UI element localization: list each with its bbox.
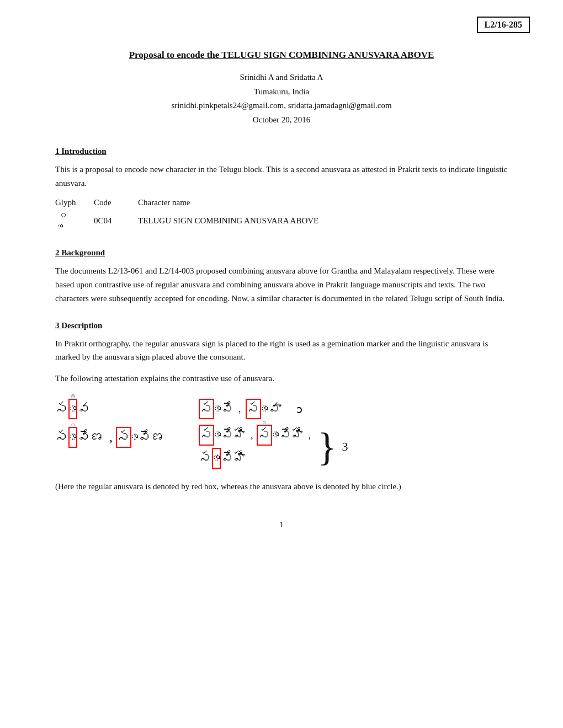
- telugu-vena2a: వేణ: [77, 428, 104, 447]
- section-3-title: 3 Description: [55, 321, 508, 330]
- telugu-item-3a: సంవే: [199, 399, 234, 420]
- glyph-char-name: TELUGU SIGN COMBINING ANUSVARA ABOVE: [138, 216, 508, 226]
- brace-items: సంవేహి , స○ ంవేహి , సంవేహి: [199, 425, 311, 468]
- telugu-rest4b: ంవేహి: [272, 426, 305, 445]
- telugu-item-3b: సంవా: [246, 399, 281, 420]
- telugu-rest2b: ంవేణ: [131, 428, 164, 447]
- attest-right-col: సంవే , సంవా ɔ సంవేహి , స○ ంవేహి: [199, 399, 348, 469]
- author-location: Tumakuru, India: [55, 85, 508, 99]
- authors-block: Srinidhi A and Sridatta A Tumakuru, Indi…: [55, 71, 508, 127]
- description-body1: In Prakrit orthography, the regular anus…: [55, 337, 508, 365]
- telugu-box4a: స: [199, 425, 214, 446]
- comma-3: ,: [251, 430, 253, 441]
- glyph-table: Glyph Code Character name ○ ం 0C04 TELUG…: [55, 198, 508, 233]
- comma-4: ,: [309, 430, 311, 441]
- curly-brace: }: [317, 427, 337, 467]
- glyph-circle-top: ○: [61, 210, 67, 221]
- blue-circle-1: ಂ○: [70, 400, 76, 419]
- col-code: Code: [94, 198, 138, 207]
- footnote-symbol-1: ɔ: [296, 403, 302, 416]
- telugu-anusvara-box1: ಂ○: [68, 399, 77, 420]
- section-1-title: 1 Introduction: [55, 147, 508, 156]
- glyph-symbol: ○ ం: [55, 210, 94, 233]
- telugu-box2a: ಂ○: [68, 427, 77, 448]
- telugu-box3a: స: [199, 399, 214, 420]
- glyph-dots: ం: [57, 220, 63, 233]
- intro-body1: This is a proposal to encode new charact…: [55, 163, 508, 190]
- doc-id: L2/16-285: [477, 17, 530, 33]
- brace-row-1: సంవేహి , స○ ంవేహి ,: [199, 425, 311, 446]
- telugu-sa2a: స: [55, 428, 68, 447]
- background-body1: The documents L2/13-061 and L2/14-003 pr…: [55, 264, 508, 305]
- brace-number: 3: [342, 440, 348, 454]
- attest-left-col: స ಂ○ వ స ಂ○ వేణ , సంవేణ: [55, 399, 166, 448]
- telugu-item-4b: స○ ంవేహి: [257, 425, 305, 446]
- author-names: Srinidhi A and Sridatta A: [55, 71, 508, 85]
- telugu-item-1: స ಂ○ వ: [55, 399, 91, 420]
- telugu-box4c: ం: [212, 448, 221, 469]
- page-title: Proposal to encode the TELUGU SIGN COMBI…: [55, 50, 508, 61]
- telugu-box3b: స: [246, 399, 261, 420]
- telugu-item-4c: సంవేహి: [199, 448, 247, 469]
- attest-left-row1: స ಂ○ వ: [55, 399, 166, 420]
- col-name: Character name: [138, 198, 508, 207]
- description-body2: The following attestation explains the c…: [55, 372, 508, 386]
- telugu-sa1: స: [55, 400, 68, 419]
- page-number: 1: [55, 521, 508, 529]
- telugu-item-4a: సంవేహి: [199, 425, 247, 446]
- glyph-code: 0C04: [94, 216, 138, 226]
- telugu-va1: వ: [77, 400, 91, 419]
- telugu-item-2a: స ಂ○ వేణ: [55, 427, 104, 448]
- telugu-box2b: స: [116, 427, 131, 448]
- comma-2: ,: [238, 403, 241, 415]
- telugu-box4b: స○: [257, 425, 272, 446]
- section-2-title: 2 Background: [55, 248, 508, 258]
- telugu-rest4a: ంవేహి: [214, 426, 247, 445]
- telugu-item-2b: సంవేణ: [116, 427, 164, 448]
- attest-left-row2: స ಂ○ వేణ , సంవేణ: [55, 427, 166, 448]
- author-date: October 20, 2016: [55, 113, 508, 127]
- attest-right-row2: సంవేహి , స○ ంవేహి , సంవేహి }: [199, 425, 348, 468]
- brace-row-2: సంవేహి: [199, 448, 311, 469]
- attestation-section: స ಂ○ వ స ಂ○ వేణ , సంవేణ సంవే ,: [55, 399, 508, 469]
- telugu-comma1: ,: [109, 428, 113, 447]
- telugu-sa4c: స: [199, 449, 212, 468]
- author-emails: srinidhi.pinkpetals24@gmail.com, sridatt…: [55, 99, 508, 113]
- telugu-rest4c: వేహి: [221, 449, 247, 468]
- color-note: (Here the regular anusvara is denoted by…: [55, 480, 508, 494]
- telugu-rest3a: ంవే: [214, 400, 234, 419]
- attest-right-row1: సంవే , సంవా ɔ: [199, 399, 348, 420]
- telugu-rest3b: ంవా: [261, 400, 281, 419]
- col-glyph: Glyph: [55, 198, 94, 207]
- glyph-row-1: ○ ం 0C04 TELUGU SIGN COMBINING ANUSVARA …: [55, 210, 508, 233]
